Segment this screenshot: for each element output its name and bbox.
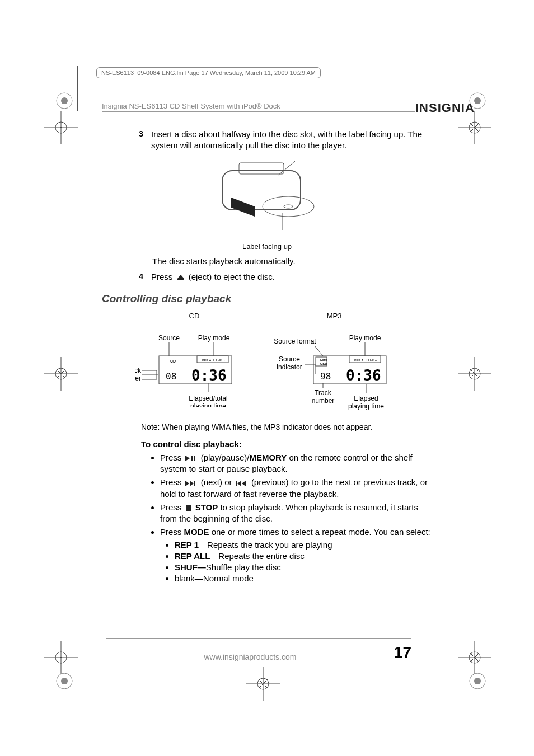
list-item: Press MODE one or more times to select a… [160,527,432,584]
step-number: 4 [135,271,143,283]
eject-icon [176,274,185,281]
header-rule [102,111,415,112]
svg-text:Play mode: Play mode [198,334,230,342]
svg-line-76 [315,346,323,356]
cd-diagram-title: CD [135,312,253,320]
svg-rect-89 [191,456,193,461]
auto-playback-text: The disc starts playback automatically. [152,256,432,266]
svg-text:0:36: 0:36 [191,367,227,384]
step-text: Insert a disc about halfway into the dis… [151,129,432,152]
step-3: 3 Insert a disc about halfway into the d… [102,129,432,152]
svg-rect-93 [194,481,195,486]
svg-point-45 [263,196,314,217]
svg-marker-91 [185,481,189,486]
svg-point-35 [61,678,68,684]
svg-marker-47 [231,198,255,217]
svg-rect-90 [194,456,195,461]
svg-rect-97 [186,505,191,511]
crop-mark [458,111,491,144]
page-number: 17 [394,644,411,661]
illustration-caption: Label facing up [102,242,432,251]
section-heading: Controlling disc playback [102,293,432,305]
control-subheading: To control disc playback: [141,439,432,449]
svg-point-3 [474,97,481,104]
brand-logo: INSIGNIA [415,101,475,115]
list-item: Press STOP to stop playback. When playba… [160,502,432,525]
list-item: Press (next) or (previous) to go to the … [160,477,432,500]
svg-text:playing time: playing time [348,402,384,410]
list-item: blank—Normal mode [175,573,432,584]
svg-marker-95 [237,481,241,486]
svg-line-49 [278,161,295,175]
file-header-line: NS-ES6113_09-0084 ENG.fm Page 17 Wednesd… [96,67,321,78]
svg-text:0:36: 0:36 [346,367,381,384]
svg-text:playing time: playing time [190,402,226,407]
svg-point-37 [474,678,481,684]
svg-text:REP  ALL U-Pro: REP ALL U-Pro [202,359,225,362]
svg-marker-92 [190,481,194,486]
svg-text:Source: Source [279,355,300,363]
crop-mark [44,357,78,391]
page-footer: www.insigniaproducts.com 17 [106,638,411,661]
svg-text:number: number [312,397,335,405]
svg-text:Elapsed: Elapsed [354,395,378,402]
mp3-diagram-title: MP3 [270,312,399,320]
svg-text:Elapsed/total: Elapsed/total [189,395,227,402]
svg-text:Source format: Source format [274,337,316,345]
svg-text:98: 98 [320,371,331,382]
disc-insert-illustration: Label facing up [102,158,432,251]
corner-rule-v [77,66,78,111]
svg-rect-94 [236,481,237,486]
crop-mark [246,667,280,701]
step-text: Press (eject) to eject the disc. [151,271,432,283]
svg-text:indicator: indicator [277,363,302,371]
step-number: 3 [135,129,143,152]
svg-text:08: 08 [166,371,176,382]
registration-mark [463,667,491,695]
page-content: NS-ES6113_09-0084 ENG.fm Page 17 Wednesd… [79,67,455,587]
mp3-diagram: MP3 Source format Play mode Source indic… [270,312,399,415]
svg-text:CD: CD [170,359,176,363]
mode-sublist: REP 1—Repeats the track you are playing … [175,539,432,585]
list-item: SHUF—Shuffle play the disc [175,562,432,573]
display-diagrams: CD Source Play mode Track number Elapsed… [102,312,432,415]
list-item: REP ALL—Repeats the entire disc [175,551,432,562]
list-item: Press (play/pause)/MEMORY on the remote … [160,452,432,475]
svg-text:Track: Track [315,389,332,397]
control-bullet-list: Press (play/pause)/MEMORY on the remote … [160,452,432,585]
svg-text:REP  ALL U-Pro: REP ALL U-Pro [354,359,377,362]
wma-note: Note: When playing WMA files, the MP3 in… [141,422,432,431]
svg-point-46 [284,205,293,208]
svg-text:number: number [135,374,141,382]
previous-icon [236,481,248,486]
svg-marker-50 [177,275,184,279]
svg-rect-51 [177,279,184,280]
next-icon [185,481,198,486]
svg-text:Source: Source [158,334,180,342]
cd-diagram: CD Source Play mode Track number Elapsed… [135,312,253,415]
svg-text:Track: Track [135,367,142,374]
registration-mark [53,667,81,695]
svg-text:Play mode: Play mode [349,334,381,342]
product-title: Insignia NS-ES6113 CD Shelf System with … [102,102,280,110]
list-item: REP 1—Repeats the track you are playing [175,539,432,551]
svg-marker-96 [242,481,246,486]
svg-marker-88 [185,456,190,461]
svg-point-1 [61,97,68,104]
footer-url: www.insigniaproducts.com [106,652,394,661]
crop-mark [458,357,491,391]
svg-rect-44 [239,163,284,174]
stop-icon [185,505,192,511]
play-pause-icon [185,455,198,462]
crop-mark [44,111,78,144]
svg-text:USB: USB [320,362,327,365]
step-4: 4 Press (eject) to eject the disc. [102,271,432,283]
